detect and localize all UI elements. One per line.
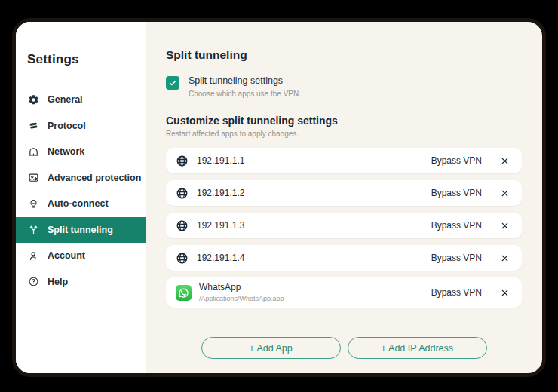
sidebar-item-label: Help <box>48 277 68 287</box>
table-row: 192.191.1.1 Bypass VPN <box>166 148 522 173</box>
table-row: 192.191.1.3 Bypass VPN <box>166 213 522 238</box>
sidebar-item-label: Network <box>48 146 84 157</box>
sidebar-item-label: General <box>48 94 83 105</box>
row-name: 192.191.1.1 <box>197 156 244 166</box>
sidebar-item-split-tunneling[interactable]: Split tunneling <box>16 217 146 243</box>
table-row: WhatsApp /Applications/WhatsApp.app Bypa… <box>166 277 522 308</box>
sidebar-item-protocol[interactable]: Protocol <box>16 113 146 139</box>
sidebar-item-label: Auto-connect <box>48 198 109 209</box>
close-icon[interactable] <box>498 187 510 199</box>
help-icon <box>28 276 39 287</box>
whatsapp-icon <box>176 285 192 301</box>
settings-window: Settings General Protocol Network <box>12 18 546 377</box>
bypass-mode-label[interactable]: Bypass VPN <box>431 188 482 198</box>
row-name: 192.191.1.2 <box>197 188 244 198</box>
page-title: Split tunneling <box>166 47 522 63</box>
section-title: Customize split tunneling settings <box>166 115 522 127</box>
row-path: /Applications/WhatsApp.app <box>199 295 284 302</box>
id-badge-icon <box>28 172 39 183</box>
lightbulb-icon <box>28 198 39 210</box>
sidebar-item-help[interactable]: Help <box>16 269 146 296</box>
network-port-icon <box>28 146 39 158</box>
sidebar-item-label: Split tunneling <box>48 225 113 235</box>
row-name: 192.191.1.3 <box>197 221 244 231</box>
close-icon[interactable] <box>498 219 510 231</box>
split-branch-icon <box>28 224 39 235</box>
section-description: Restart affected apps to apply changes. <box>166 130 522 138</box>
split-tunneling-panel: Split tunneling Split tunneling settings… <box>146 22 542 373</box>
row-name: 192.191.1.4 <box>197 253 244 263</box>
sidebar-item-advanced-protection[interactable]: Advanced protection <box>16 165 146 191</box>
globe-icon <box>176 252 189 265</box>
split-tunneling-checkbox[interactable] <box>166 76 179 90</box>
bypass-mode-label[interactable]: Bypass VPN <box>431 253 482 263</box>
close-icon[interactable] <box>498 155 510 167</box>
actions-bar: + Add App + Add IP Address <box>166 337 522 359</box>
globe-icon <box>176 219 189 232</box>
layers-icon <box>28 120 39 131</box>
split-tunneling-toggle-row: Split tunneling settings Choose which ap… <box>166 75 522 98</box>
bypass-mode-label[interactable]: Bypass VPN <box>431 220 482 231</box>
sidebar-item-general[interactable]: General <box>16 87 146 113</box>
split-tunnel-list: 192.191.1.1 Bypass VPN 192.191.1.2 Bypas… <box>166 148 522 308</box>
table-row: 192.191.1.2 Bypass VPN <box>166 180 522 206</box>
sidebar-title: Settings <box>27 52 146 67</box>
globe-icon <box>176 155 189 167</box>
sidebar-nav: General Protocol Network Advanced protec… <box>16 87 146 295</box>
gear-icon <box>28 94 39 106</box>
toggle-label: Split tunneling settings <box>189 75 301 87</box>
add-app-button[interactable]: + Add App <box>201 337 341 359</box>
sidebar-item-label: Account <box>48 250 85 261</box>
close-icon[interactable] <box>498 252 510 264</box>
sidebar-item-label: Protocol <box>48 121 86 131</box>
table-row: 192.191.1.4 Bypass VPN <box>166 245 522 271</box>
add-ip-address-button[interactable]: + Add IP Address <box>348 337 487 359</box>
sidebar-item-auto-connect[interactable]: Auto-connect <box>16 191 146 217</box>
close-icon[interactable] <box>498 286 510 299</box>
person-icon <box>28 250 39 262</box>
check-icon <box>168 78 177 87</box>
sidebar-item-network[interactable]: Network <box>16 139 146 165</box>
bypass-mode-label[interactable]: Bypass VPN <box>431 287 482 298</box>
sidebar-item-label: Advanced protection <box>48 173 141 183</box>
bypass-mode-label[interactable]: Bypass VPN <box>431 155 482 166</box>
toggle-description: Choose which apps use the VPN. <box>189 90 301 98</box>
sidebar: Settings General Protocol Network <box>16 22 146 373</box>
row-name: WhatsApp <box>199 283 284 292</box>
sidebar-item-account[interactable]: Account <box>16 243 146 269</box>
globe-icon <box>176 187 189 200</box>
